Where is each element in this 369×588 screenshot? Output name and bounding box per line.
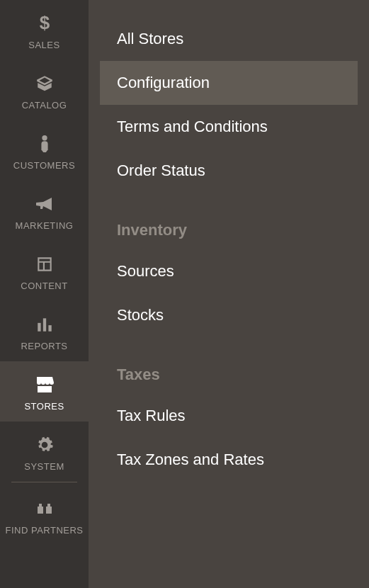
submenu-item-terms-and-conditions[interactable]: Terms and Conditions <box>100 105 358 149</box>
submenu-item-configuration[interactable]: Configuration <box>100 61 358 105</box>
layout-icon <box>35 254 54 275</box>
sidebar-item-find-partners[interactable]: FIND PARTNERS <box>0 485 89 545</box>
sidebar-item-system[interactable]: SYSTEM <box>0 422 89 482</box>
sidebar-item-stores[interactable]: STORES <box>0 361 89 422</box>
sidebar-item-sales[interactable]: $ SALES <box>0 0 89 60</box>
submenu-header-taxes: Taxes <box>100 337 358 394</box>
submenu-item-order-status[interactable]: Order Status <box>100 149 358 193</box>
sidebar-item-marketing[interactable]: MARKETING <box>0 181 89 241</box>
sidebar-item-catalog[interactable]: CATALOG <box>0 60 89 120</box>
sidebar-item-label: REPORTS <box>21 341 67 351</box>
sidebar-item-customers[interactable]: CUSTOMERS <box>0 120 89 181</box>
sidebar-item-label: CUSTOMERS <box>13 160 75 171</box>
svg-point-1 <box>42 135 47 140</box>
submenu-item-stocks[interactable]: Stocks <box>100 293 358 337</box>
sidebar-item-label: FIND PARTNERS <box>5 525 83 536</box>
megaphone-icon <box>35 193 55 215</box>
box-icon <box>35 73 54 94</box>
sidebar-item-content[interactable]: CONTENT <box>0 241 89 301</box>
svg-rect-3 <box>42 318 45 331</box>
submenu-item-all-stores[interactable]: All Stores <box>100 17 358 61</box>
sidebar-item-label: SYSTEM <box>24 461 64 472</box>
primary-sidebar: $ SALES CATALOG CUSTOMERS MARKETING CONT… <box>0 0 89 588</box>
submenu-header-inventory: Inventory <box>100 193 358 249</box>
submenu-item-tax-zones-and-rates[interactable]: Tax Zones and Rates <box>100 438 358 482</box>
submenu-item-tax-rules[interactable]: Tax Rules <box>100 394 358 438</box>
sidebar-item-label: CONTENT <box>21 281 67 291</box>
blocks-icon <box>35 498 55 519</box>
svg-text:$: $ <box>39 13 50 33</box>
sidebar-item-label: MARKETING <box>16 220 74 231</box>
gear-icon <box>35 434 54 456</box>
person-icon <box>37 133 52 154</box>
submenu-item-sources[interactable]: Sources <box>100 249 358 293</box>
svg-rect-4 <box>48 325 51 332</box>
sidebar-separator <box>11 482 77 482</box>
sidebar-item-label: STORES <box>24 401 64 412</box>
bars-icon <box>35 314 54 335</box>
sidebar-item-label: CATALOG <box>22 100 67 111</box>
storefront-icon <box>35 374 55 395</box>
sidebar-item-reports[interactable]: REPORTS <box>0 301 89 361</box>
dollar-icon: $ <box>38 13 52 34</box>
stores-submenu: All Stores Configuration Terms and Condi… <box>89 0 369 588</box>
sidebar-item-label: SALES <box>28 40 59 50</box>
svg-rect-2 <box>38 323 40 332</box>
